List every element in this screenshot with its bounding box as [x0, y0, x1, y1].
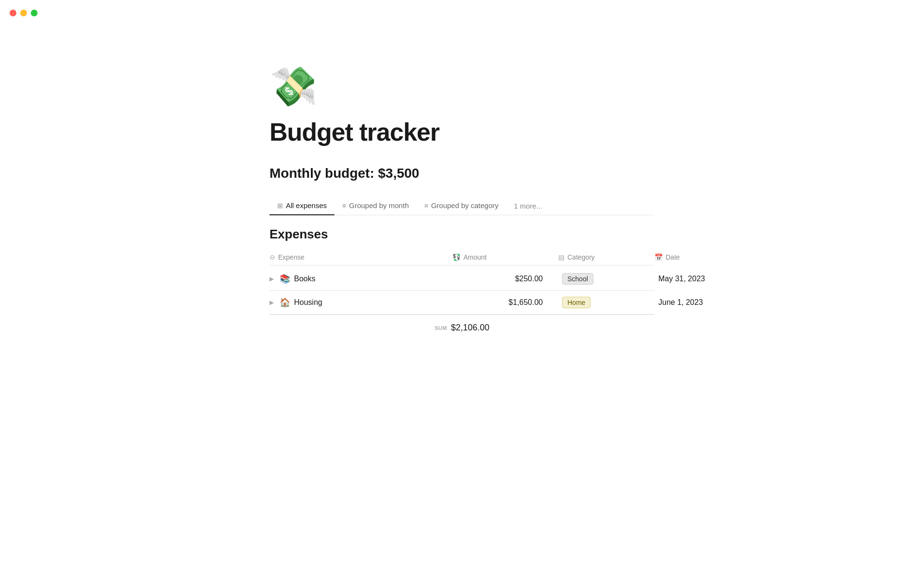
books-emoji: 📚 [280, 274, 290, 284]
col-header-expense: ⊖ Expense [270, 253, 452, 261]
col-expense-label: Expense [278, 253, 304, 261]
expand-arrow-housing[interactable]: ▶ [270, 299, 274, 306]
page-icon: 💸 [270, 67, 654, 106]
sum-row: SUM $2,106.00 [270, 315, 654, 341]
expand-arrow-books[interactable]: ▶ [270, 276, 274, 282]
tabs-container: ⊞ All expenses ≡ Grouped by month ≡ Grou… [270, 197, 654, 215]
housing-category: Home [558, 297, 654, 308]
books-amount: $250.00 [452, 275, 558, 283]
col-category-label: Category [567, 253, 595, 261]
housing-amount: $1,650.00 [452, 298, 558, 307]
page-title: Budget tracker [270, 118, 654, 146]
category-col-icon: ▤ [558, 253, 565, 261]
col-header-amount: 💱 Amount [452, 253, 558, 261]
monthly-budget: Monthly budget: $3,500 [270, 166, 654, 181]
row-name-housing: ▶ 🏠 Housing [270, 297, 452, 308]
close-button[interactable] [10, 10, 16, 16]
date-col-icon: 📅 [654, 253, 663, 261]
books-category: School [558, 273, 654, 285]
col-header-category: ▤ Category [558, 253, 654, 261]
col-amount-label: Amount [463, 253, 487, 261]
table-header: ⊖ Expense 💱 Amount ▤ Category 📅 Date [270, 250, 654, 265]
tab-all-expenses[interactable]: ⊞ All expenses [270, 197, 334, 215]
housing-label: Housing [294, 298, 322, 307]
main-content: 💸 Budget tracker Monthly budget: $3,500 … [173, 0, 751, 379]
housing-emoji: 🏠 [280, 297, 290, 308]
housing-date: June 1, 2023 [654, 298, 780, 307]
books-label: Books [294, 275, 315, 283]
school-badge[interactable]: School [562, 273, 593, 285]
list-icon-2: ≡ [424, 202, 428, 210]
sum-label: SUM [435, 325, 447, 331]
minimize-button[interactable] [20, 10, 27, 16]
sum-value: $2,106.00 [451, 323, 489, 333]
traffic-lights [10, 10, 38, 16]
tab-grouped-by-month[interactable]: ≡ Grouped by month [334, 197, 416, 215]
home-badge[interactable]: Home [562, 297, 590, 308]
tab-grouped-by-category[interactable]: ≡ Grouped by category [416, 197, 506, 215]
row-name-books: ▶ 📚 Books [270, 274, 452, 284]
tab-grouped-by-category-label: Grouped by category [431, 201, 499, 210]
tab-grouped-by-month-label: Grouped by month [349, 201, 409, 210]
expenses-section-title: Expenses [270, 215, 654, 250]
maximize-button[interactable] [31, 10, 38, 16]
table-row: ▶ 📚 Books $250.00 School May 31, 2023 [270, 267, 654, 291]
books-date: May 31, 2023 [654, 275, 780, 283]
expense-col-icon: ⊖ [270, 253, 275, 261]
amount-col-icon: 💱 [452, 253, 461, 261]
table-icon: ⊞ [277, 202, 283, 210]
col-header-date: 📅 Date [654, 253, 780, 261]
table-row: ▶ 🏠 Housing $1,650.00 Home June 1, 2023 [270, 291, 654, 315]
tab-all-expenses-label: All expenses [286, 201, 327, 210]
list-icon-1: ≡ [342, 202, 346, 210]
tab-more[interactable]: 1 more... [506, 197, 550, 215]
col-date-label: Date [666, 253, 680, 261]
